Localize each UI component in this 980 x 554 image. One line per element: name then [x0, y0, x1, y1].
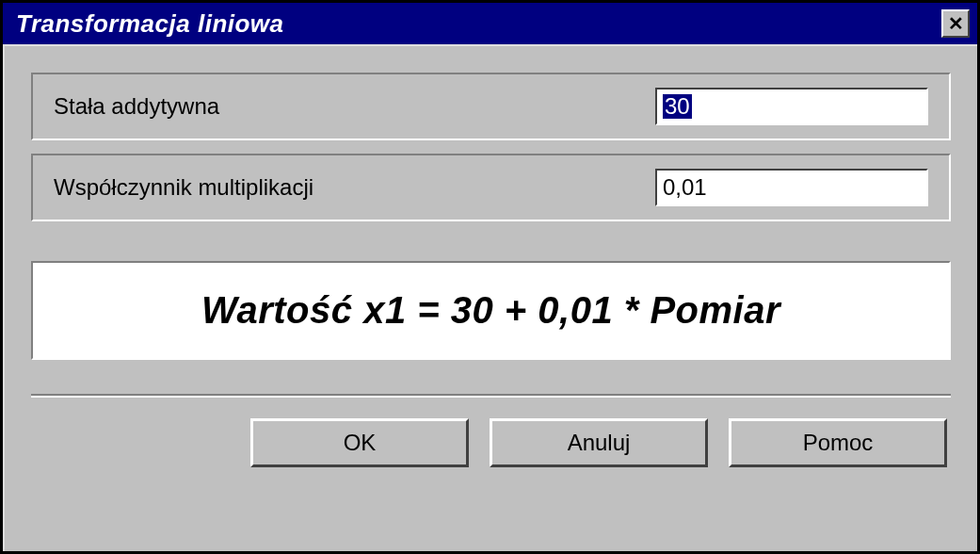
cancel-button[interactable]: Anuluj: [490, 418, 708, 467]
multiplier-input[interactable]: 0,01: [655, 169, 928, 206]
close-button[interactable]: ✕: [941, 9, 970, 38]
ok-button[interactable]: OK: [250, 418, 469, 467]
multiplier-row: Współczynnik multiplikacji 0,01: [31, 154, 951, 221]
help-button[interactable]: Pomoc: [729, 418, 947, 467]
window-title: Transformacja liniowa: [16, 9, 284, 39]
additive-constant-row: Stała addytywna 30: [31, 73, 951, 140]
additive-constant-label: Stała addytywna: [54, 93, 219, 120]
client-area: Stała addytywna 30 Współczynnik multipli…: [3, 44, 977, 551]
formula-display: Wartość x1 = 30 + 0,01 * Pomiar: [31, 261, 951, 360]
multiplier-label: Współczynnik multiplikacji: [54, 174, 313, 201]
dialog-window: Transformacja liniowa ✕ Stała addytywna …: [0, 0, 980, 554]
close-icon: ✕: [948, 12, 964, 35]
additive-constant-input[interactable]: 30: [655, 88, 928, 125]
multiplier-value: 0,01: [663, 174, 707, 201]
button-row: OK Anuluj Pomoc: [31, 398, 951, 477]
additive-constant-value: 30: [663, 94, 692, 119]
titlebar: Transformacja liniowa ✕: [3, 3, 977, 44]
